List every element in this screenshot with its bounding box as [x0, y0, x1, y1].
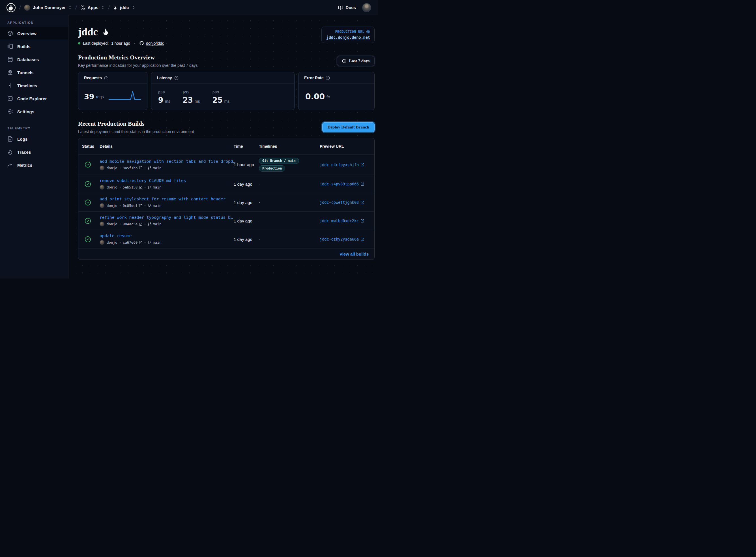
chart-icon — [7, 162, 13, 168]
breadcrumb-apps[interactable]: Apps — [80, 5, 105, 10]
external-link-icon — [360, 201, 364, 204]
time-range-label: Last 7 days — [349, 59, 369, 63]
col-preview-url: Preview URL — [320, 144, 374, 149]
error-rate-card: Error Rate 0.00 % — [298, 72, 374, 110]
author-name: donjo — [107, 222, 117, 226]
requests-card: Requests 39 reqs — [78, 72, 147, 110]
build-time: 1 day ago — [234, 182, 259, 186]
commit-message-link[interactable]: add print stylesheet for resume with con… — [99, 197, 234, 201]
preview-url-text: jddc-cpwettjgnk03 — [320, 200, 359, 205]
flame-icon — [113, 5, 117, 10]
branch-label: main — [148, 185, 161, 189]
docs-label: Docs — [345, 5, 356, 10]
code-icon — [7, 96, 13, 101]
error-rate-card-title: Error Rate — [304, 76, 323, 80]
commit-message-link[interactable]: update resume — [99, 234, 234, 238]
check-circle-icon — [85, 161, 91, 168]
sidebar-section-telemetry: TELEMETRY — [0, 126, 68, 130]
sidebar-item-label: Timelines — [17, 83, 37, 88]
latency-card-title: Latency — [157, 76, 172, 80]
sidebar-item-builds[interactable]: Builds — [0, 40, 68, 53]
commit-message-link[interactable]: add mobile navigation with section tabs … — [99, 159, 234, 164]
book-open-icon — [338, 5, 343, 10]
error-rate-unit: % — [327, 94, 330, 99]
sidebar-item-settings[interactable]: Settings — [0, 105, 68, 118]
build-row: update resume donjo ca67e60 main — [79, 230, 374, 248]
latency-p99-label: p99 — [212, 90, 230, 94]
preview-url-link[interactable]: jddc-e4cfpyxshjfh — [320, 163, 374, 167]
preview-url-link[interactable]: jddc-qzky2ysda66a — [320, 237, 374, 241]
git-branch-icon — [148, 185, 151, 189]
sidebar-item-label: Settings — [17, 109, 34, 114]
timeline-icon — [7, 83, 13, 88]
sidebar-item-label: Code Explorer — [17, 96, 47, 101]
author-avatar — [99, 203, 104, 208]
docs-link[interactable]: Docs — [338, 5, 356, 10]
commit-hash-link[interactable]: 3a5f1bb — [123, 166, 143, 170]
col-status: Status — [82, 144, 99, 149]
view-all-builds-link[interactable]: View all builds — [339, 252, 369, 257]
commit-hash-link[interactable]: 0c85def — [123, 204, 143, 208]
external-link-icon — [360, 237, 364, 241]
sidebar-item-overview[interactable]: Overview — [0, 27, 68, 40]
col-time: Time — [234, 144, 259, 149]
top-navigation: John Donmoyer Apps jddc Docs — [0, 0, 378, 15]
commit-message-link[interactable]: remove subdirectory CLAUDE.md files — [99, 178, 234, 183]
user-avatar[interactable] — [362, 3, 371, 12]
timeline-badge[interactable]: Production — [259, 165, 285, 172]
chevron-up-down-icon — [131, 6, 135, 9]
author-avatar — [99, 222, 104, 227]
timeline-empty: - — [259, 237, 260, 241]
preview-url-link[interactable]: jddc-s4pv89tpp666 — [320, 182, 374, 186]
latency-p50-label: p50 — [158, 90, 170, 94]
build-time: 1 hour ago — [234, 162, 259, 167]
check-circle-icon — [85, 218, 91, 224]
box-icon — [7, 31, 13, 36]
deploy-default-branch-button[interactable]: Deploy Default Branch — [322, 122, 375, 132]
gauge-icon — [104, 76, 109, 80]
timeline-badge[interactable]: Git Branch / main — [259, 158, 299, 164]
branch-name: main — [153, 204, 161, 208]
timeline-empty: - — [259, 182, 260, 186]
preview-url-text: jddc-mwtbd0xdc2kc — [320, 218, 359, 223]
commit-message-link[interactable]: refine work header typography and light … — [99, 215, 234, 219]
sidebar-section-application: APPLICATION — [0, 21, 68, 24]
commit-hash-link[interactable]: ca67e60 — [123, 240, 143, 244]
breadcrumb-app[interactable]: jddc — [113, 5, 135, 10]
preview-url-text: jddc-qzky2ysda66a — [320, 237, 359, 241]
sidebar-item-tunnels[interactable]: Tunnels — [0, 66, 68, 79]
sidebar-item-label: Traces — [17, 150, 31, 154]
preview-url-link[interactable]: jddc-cpwettjgnk03 — [320, 200, 374, 205]
author-name: donjo — [107, 240, 117, 244]
author-avatar — [99, 240, 104, 245]
repo-link[interactable]: donjo/jddc — [139, 41, 164, 46]
latency-p50-value: 9 — [158, 96, 163, 104]
external-link-icon — [360, 182, 364, 186]
deploy-status-dot — [78, 42, 80, 45]
commit-hash-link[interactable]: 984ac5e — [123, 222, 143, 226]
external-link-icon — [360, 163, 364, 167]
time-range-button[interactable]: Last 7 days — [337, 56, 374, 66]
metrics-section-subtitle: Key performance indicators for your appl… — [78, 63, 337, 68]
builds-table-header: Status Details Time Timelines Preview UR… — [79, 138, 374, 154]
deno-logo[interactable] — [6, 3, 16, 12]
sidebar-item-code-explorer[interactable]: Code Explorer — [0, 92, 68, 105]
builds-icon — [7, 43, 13, 49]
production-url-link[interactable]: jddc.donjo.deno.net — [326, 35, 370, 40]
build-row: add mobile navigation with section tabs … — [79, 154, 374, 175]
breadcrumb-org[interactable]: John Donmoyer — [24, 4, 72, 11]
author-name: donjo — [107, 166, 117, 170]
sidebar: APPLICATION Overview Builds Databases Tu… — [0, 15, 68, 278]
sidebar-item-traces[interactable]: Traces — [0, 145, 68, 158]
requests-unit: reqs — [96, 94, 103, 99]
sidebar-item-logs[interactable]: Logs — [0, 133, 68, 145]
sidebar-item-timelines[interactable]: Timelines — [0, 79, 68, 92]
globe-icon — [366, 30, 370, 34]
sidebar-item-metrics[interactable]: Metrics — [0, 158, 68, 172]
repo-name: donjo/jddc — [146, 41, 164, 46]
commit-hash-link[interactable]: 5eb5158 — [123, 185, 143, 189]
builds-section-subtitle: Latest deployments and their status in t… — [78, 129, 322, 134]
sidebar-item-databases[interactable]: Databases — [0, 53, 68, 66]
preview-url-link[interactable]: jddc-mwtbd0xdc2kc — [320, 218, 374, 223]
production-url-card[interactable]: PRODUCTION URL jddc.donjo.deno.net — [322, 27, 374, 43]
